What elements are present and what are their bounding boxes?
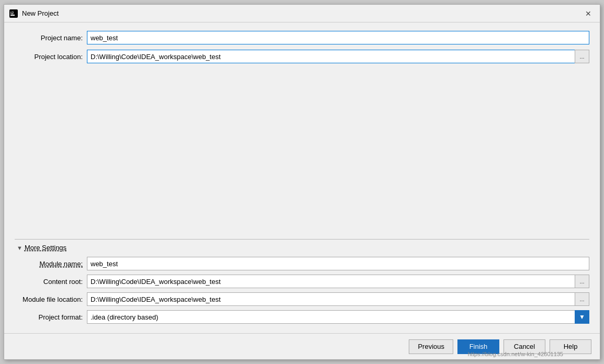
close-button[interactable]: ✕ (582, 7, 595, 20)
module-file-location-input-group: ... (87, 292, 589, 306)
project-format-label: Project format: (15, 313, 83, 321)
project-format-dropdown-button[interactable]: ▼ (575, 310, 589, 324)
svg-text:IJ: IJ (10, 11, 14, 15)
module-file-location-browse-button[interactable]: ... (575, 292, 589, 306)
new-project-dialog: IJ New Project ✕ Project name: Project l… (4, 4, 600, 360)
content-spacer (15, 69, 589, 234)
project-format-select[interactable]: .idea (directory based) (87, 310, 575, 324)
project-location-browse-button[interactable]: ... (575, 50, 589, 63)
module-name-input[interactable] (87, 257, 589, 270)
dialog-content: Project name: Project location: ... ▼ Mo… (4, 22, 600, 333)
project-format-select-group: .idea (directory based) ▼ (87, 310, 589, 324)
content-root-input-group: ... (87, 275, 589, 288)
watermark: https://blog.csdn.net/w-kin_42801135 (468, 351, 563, 357)
title-bar-left: IJ New Project (9, 9, 59, 18)
more-settings-section: ▼ More Settings Module name: Content roo… (15, 239, 589, 328)
project-location-label: Project location: (15, 53, 83, 61)
project-format-row: Project format: .idea (directory based) … (15, 310, 589, 324)
more-settings-arrow-icon: ▼ (17, 245, 23, 251)
module-name-row: Module name: (15, 257, 589, 270)
project-location-row: Project location: ... (15, 50, 589, 63)
project-name-label: Project name: (15, 34, 83, 42)
more-settings-toggle[interactable]: ▼ More Settings (15, 244, 589, 252)
project-location-input[interactable] (87, 50, 575, 63)
content-root-browse-button[interactable]: ... (575, 275, 589, 288)
content-root-input[interactable] (87, 275, 575, 288)
project-name-row: Project name: (15, 31, 589, 44)
module-file-location-input[interactable] (87, 292, 575, 306)
svg-rect-1 (10, 15, 15, 16)
dialog-title: New Project (22, 9, 59, 17)
previous-button[interactable]: Previous (409, 339, 453, 354)
content-root-row: Content root: ... (15, 275, 589, 288)
more-settings-fields: Module name: Content root: ... Module fi… (15, 257, 589, 328)
project-name-input[interactable] (87, 31, 589, 44)
module-name-label: Module name: (15, 260, 83, 268)
project-location-input-group: ... (87, 50, 589, 63)
title-bar: IJ New Project ✕ (4, 5, 600, 22)
module-file-location-row: Module file location: ... (15, 292, 589, 306)
module-file-location-label: Module file location: (15, 295, 83, 303)
content-root-label: Content root: (15, 278, 83, 286)
more-settings-label: More Settings (25, 244, 66, 252)
intellij-icon: IJ (9, 9, 18, 18)
